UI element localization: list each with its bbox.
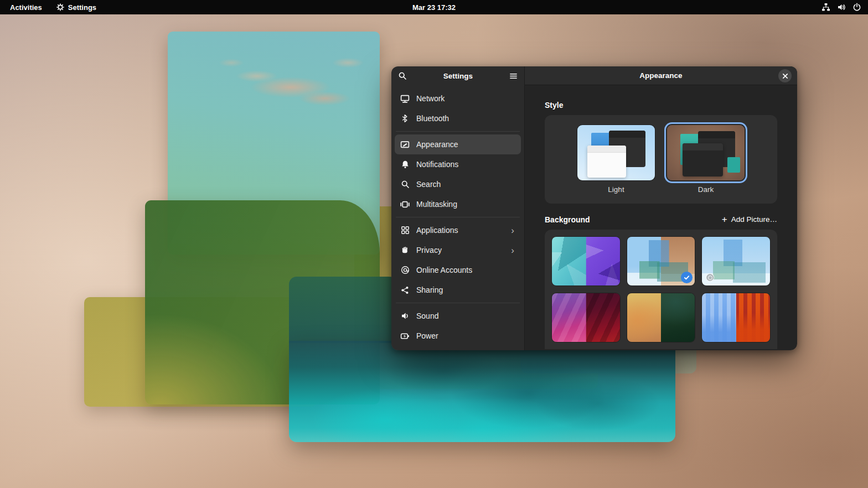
sidebar-title: Settings xyxy=(411,72,505,80)
wallpaper-thumbnail-waves-purple-red[interactable] xyxy=(552,293,620,342)
plus-icon: + xyxy=(722,215,727,224)
appearance-panel: Appearance Style LightDark Background + … xyxy=(525,66,797,350)
bluetooth-icon xyxy=(400,114,410,123)
sidebar-item-search[interactable]: Search xyxy=(395,174,521,194)
volume-icon[interactable] xyxy=(837,3,846,12)
style-card: LightDark xyxy=(545,115,777,204)
sidebar-item-label: Multitasking xyxy=(416,200,515,209)
sidebar-item-sharing[interactable]: Sharing xyxy=(395,280,521,300)
sidebar-item-label: Power xyxy=(416,331,515,340)
screen: Activities Settings Mar 23 17: xyxy=(0,0,868,488)
wallpaper-thumbnail-gradient-amber-green[interactable] xyxy=(627,293,695,342)
clock[interactable]: Mar 23 17:32 xyxy=(412,3,456,12)
sidebar-item-privacy[interactable]: Privacy› xyxy=(395,240,521,260)
sidebar: Settings NetworkBluetoothAppearanceNotif… xyxy=(391,66,525,350)
dark-variant-badge xyxy=(706,273,714,282)
sidebar-item-multitasking[interactable]: Multitasking xyxy=(395,194,521,214)
close-icon xyxy=(782,73,788,79)
panel-body: Style LightDark Background + Add Picture… xyxy=(525,85,797,350)
wallpaper-thumbnail-drips-blue-orange[interactable] xyxy=(702,293,770,342)
wallpaper-teal-folder xyxy=(289,341,675,442)
style-option-label: Dark xyxy=(698,185,714,194)
selected-check-badge xyxy=(681,272,693,283)
sidebar-item-label: Bluetooth xyxy=(416,114,515,123)
grid-icon xyxy=(400,226,410,235)
sidebar-item-applications[interactable]: Applications› xyxy=(395,220,521,240)
chevron-right-icon: › xyxy=(511,226,515,235)
network-icon[interactable] xyxy=(822,3,830,12)
sidebar-separator xyxy=(396,217,520,217)
sidebar-nav: NetworkBluetoothAppearanceNotificationsS… xyxy=(391,85,524,349)
search-icon[interactable] xyxy=(398,71,407,80)
background-heading: Background xyxy=(545,215,590,224)
preview-window-front xyxy=(587,146,626,178)
appearance-icon xyxy=(400,140,410,149)
sidebar-item-sound[interactable]: Sound xyxy=(395,306,521,326)
multitasking-icon xyxy=(400,200,410,209)
close-button[interactable] xyxy=(778,69,792,82)
focused-app-menu[interactable]: Settings xyxy=(56,3,96,12)
sidebar-item-label: Appearance xyxy=(416,140,515,149)
background-grid xyxy=(545,230,777,349)
sidebar-item-label: Online Accounts xyxy=(416,266,515,274)
bell-icon xyxy=(400,160,410,169)
sidebar-separator xyxy=(396,303,520,303)
top-bar: Activities Settings Mar 23 17: xyxy=(0,0,868,14)
wallpaper-thumbnail-geometrics-teal-purple[interactable] xyxy=(552,237,620,285)
settings-window: Settings NetworkBluetoothAppearanceNotif… xyxy=(391,66,797,350)
sidebar-item-bluetooth[interactable]: Bluetooth xyxy=(395,108,521,128)
panel-header: Appearance xyxy=(525,66,797,85)
sidebar-item-label: Search xyxy=(416,180,515,189)
sidebar-item-power[interactable]: Power xyxy=(395,326,521,346)
sidebar-item-network[interactable]: Network xyxy=(395,89,521,108)
share-icon xyxy=(400,285,410,295)
display-icon xyxy=(400,94,410,103)
hand-icon xyxy=(400,246,410,255)
power-icon xyxy=(400,331,410,341)
sidebar-item-notifications[interactable]: Notifications xyxy=(395,154,521,174)
style-option-dark[interactable]: Dark xyxy=(667,125,745,194)
power-icon[interactable] xyxy=(852,3,861,12)
speaker-icon xyxy=(400,312,410,321)
search-icon xyxy=(400,180,410,189)
style-heading: Style xyxy=(545,101,777,110)
sidebar-item-label: Network xyxy=(416,94,515,103)
add-picture-button[interactable]: + Add Picture… xyxy=(722,215,777,224)
light-style-preview xyxy=(577,125,655,180)
sidebar-item-label: Privacy xyxy=(416,246,504,255)
sidebar-item-online-accounts[interactable]: Online Accounts xyxy=(395,260,521,280)
sidebar-separator xyxy=(396,131,520,132)
chevron-right-icon: › xyxy=(511,246,515,255)
preview-window-front xyxy=(683,143,723,176)
wallpaper-thumbnail-blobs-light[interactable] xyxy=(702,237,770,285)
dark-style-preview xyxy=(667,125,745,180)
preview-wallpaper-corner xyxy=(727,157,740,173)
at-icon xyxy=(400,266,410,275)
style-option-light[interactable]: Light xyxy=(577,125,655,194)
style-option-label: Light xyxy=(608,185,624,194)
sidebar-item-label: Applications xyxy=(416,226,504,235)
hamburger-menu-icon[interactable] xyxy=(509,72,518,80)
activities-button[interactable]: Activities xyxy=(10,3,42,12)
panel-title: Appearance xyxy=(639,71,682,80)
sidebar-item-label: Notifications xyxy=(416,160,515,169)
sidebar-item-label: Sound xyxy=(416,312,515,320)
sidebar-header: Settings xyxy=(391,66,524,85)
sidebar-item-appearance[interactable]: Appearance xyxy=(395,134,521,154)
gear-icon xyxy=(56,3,64,11)
sidebar-item-label: Sharing xyxy=(416,285,515,294)
wallpaper-thumbnail-blobs-light-dark-split[interactable] xyxy=(627,237,695,285)
